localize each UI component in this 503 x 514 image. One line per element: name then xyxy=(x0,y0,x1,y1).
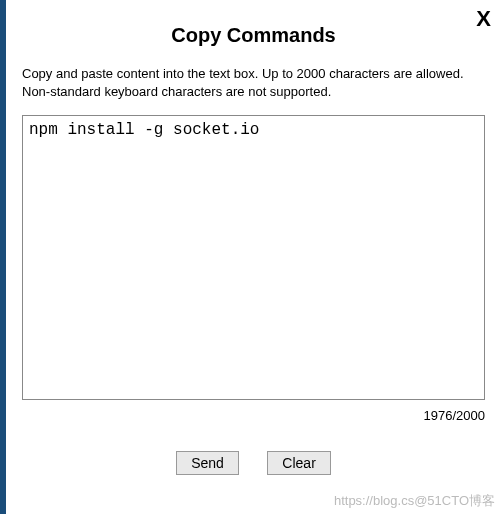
instructions-text: Copy and paste content into the text box… xyxy=(22,65,485,101)
watermark-text: https://blog.cs@51CTO博客 xyxy=(334,492,495,510)
send-button[interactable]: Send xyxy=(176,451,239,475)
commands-textbox[interactable] xyxy=(22,115,485,400)
close-button[interactable]: X xyxy=(476,8,491,30)
dialog-title: Copy Commands xyxy=(22,24,485,47)
button-row: Send Clear xyxy=(22,451,485,475)
character-counter: 1976/2000 xyxy=(22,408,485,423)
clear-button[interactable]: Clear xyxy=(267,451,330,475)
copy-commands-dialog: X Copy Commands Copy and paste content i… xyxy=(0,0,503,514)
